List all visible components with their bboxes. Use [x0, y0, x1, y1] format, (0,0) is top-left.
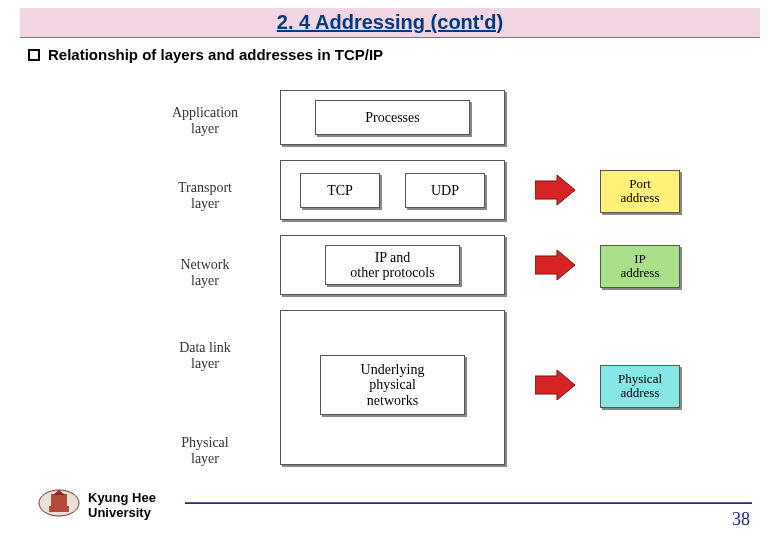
university-name: Kyung HeeUniversity — [88, 491, 156, 521]
box-udp: UDP — [405, 173, 485, 208]
svg-rect-5 — [49, 506, 69, 512]
svg-marker-0 — [535, 175, 575, 205]
box-underlying: Underlyingphysicalnetworks — [320, 355, 465, 415]
addr-physical: Physicaladdress — [600, 365, 680, 408]
bullet-text: Relationship of layers and addresses in … — [48, 46, 383, 63]
addr-ip: IPaddress — [600, 245, 680, 288]
slide-title: 2. 4 Addressing (cont'd) — [277, 11, 503, 33]
label-application-layer: Applicationlayer — [160, 105, 250, 137]
label-datalink-layer: Data linklayer — [160, 340, 250, 372]
arrow-ip — [535, 250, 575, 280]
svg-rect-4 — [51, 494, 67, 506]
diagram: Applicationlayer Transportlayer Networkl… — [160, 85, 720, 480]
footer: Kyung HeeUniversity 38 — [0, 488, 780, 532]
university-logo-icon — [38, 488, 80, 518]
page-number: 38 — [732, 509, 750, 530]
svg-marker-2 — [535, 370, 575, 400]
box-tcp: TCP — [300, 173, 380, 208]
box-ip: IP andother protocols — [325, 245, 460, 285]
arrow-port — [535, 175, 575, 205]
box-processes: Processes — [315, 100, 470, 135]
arrow-physical — [535, 370, 575, 400]
title-bar: 2. 4 Addressing (cont'd) — [20, 8, 760, 38]
label-network-layer: Networklayer — [160, 257, 250, 289]
addr-port: Portaddress — [600, 170, 680, 213]
footer-divider — [185, 502, 752, 504]
bullet-icon — [28, 49, 40, 61]
bullet-line: Relationship of layers and addresses in … — [28, 46, 780, 63]
label-physical-layer: Physicallayer — [160, 435, 250, 467]
svg-marker-1 — [535, 250, 575, 280]
label-transport-layer: Transportlayer — [160, 180, 250, 212]
